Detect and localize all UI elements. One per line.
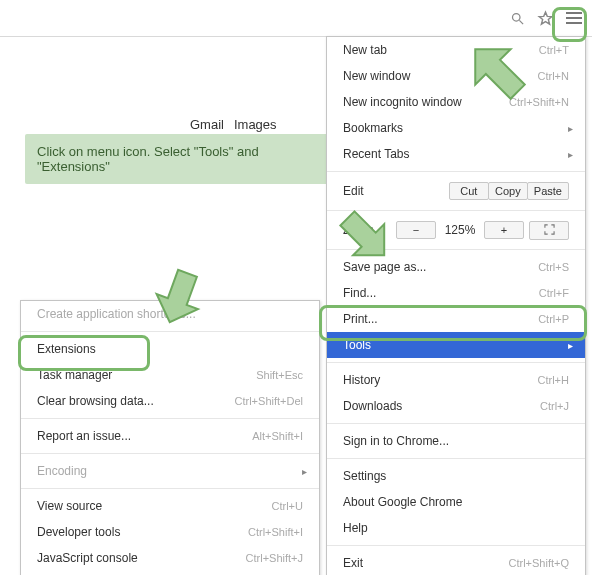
chevron-right-icon: ▸ [568,123,573,134]
cut-button[interactable]: Cut [449,182,489,200]
instruction-callout: Click on menu icon. Select "Tools" and "… [25,134,344,184]
submenu-encoding[interactable]: Encoding▸ [21,458,319,484]
svg-marker-2 [539,12,552,24]
header-links: Gmail Images [190,117,277,132]
hamburger-menu-button[interactable] [562,6,586,30]
zoom-in-button[interactable]: + [484,221,524,239]
svg-line-1 [519,20,523,24]
chevron-right-icon: ▸ [302,466,307,477]
submenu-js-console[interactable]: JavaScript consoleCtrl+Shift+J [21,545,319,571]
copy-button[interactable]: Copy [488,182,528,200]
menu-find[interactable]: Find...Ctrl+F [327,280,585,306]
submenu-inspect-devices[interactable]: Inspect devices [21,571,319,575]
menu-signin[interactable]: Sign in to Chrome... [327,428,585,454]
submenu-extensions[interactable]: Extensions [21,336,319,362]
arrow-to-extensions [140,254,220,334]
submenu-task-manager[interactable]: Task managerShift+Esc [21,362,319,388]
zoom-percent: 125% [442,223,478,237]
submenu-dev-tools[interactable]: Developer toolsCtrl+Shift+I [21,519,319,545]
separator [21,453,319,454]
arrow-to-tools [323,194,403,274]
menu-recent-tabs[interactable]: Recent Tabs▸ [327,141,585,167]
tools-submenu: Create application shortcuts... Extensio… [20,300,320,575]
submenu-view-source[interactable]: View sourceCtrl+U [21,493,319,519]
chevron-right-icon: ▸ [568,149,573,160]
zoom-icon[interactable] [506,7,528,29]
menu-help[interactable]: Help [327,515,585,541]
svg-point-0 [512,13,520,21]
separator [327,171,585,172]
menu-print[interactable]: Print...Ctrl+P [327,306,585,332]
arrow-to-menu-icon [455,29,545,119]
chevron-right-icon: ▸ [568,340,573,351]
fullscreen-button[interactable] [529,221,569,240]
separator [21,488,319,489]
menu-history[interactable]: HistoryCtrl+H [327,367,585,393]
separator [327,362,585,363]
separator [327,545,585,546]
submenu-report-issue[interactable]: Report an issue...Alt+Shift+I [21,423,319,449]
svg-rect-3 [566,12,582,14]
paste-button[interactable]: Paste [527,182,569,200]
submenu-clear-data[interactable]: Clear browsing data...Ctrl+Shift+Del [21,388,319,414]
images-link[interactable]: Images [234,117,277,132]
star-icon[interactable] [534,7,556,29]
menu-exit[interactable]: ExitCtrl+Shift+Q [327,550,585,575]
gmail-link[interactable]: Gmail [190,117,224,132]
svg-rect-5 [566,22,582,24]
menu-tools[interactable]: Tools▸ [327,332,585,358]
menu-downloads[interactable]: DownloadsCtrl+J [327,393,585,419]
separator [327,458,585,459]
menu-about[interactable]: About Google Chrome [327,489,585,515]
separator [327,423,585,424]
separator [21,418,319,419]
menu-settings[interactable]: Settings [327,463,585,489]
svg-rect-4 [566,17,582,19]
